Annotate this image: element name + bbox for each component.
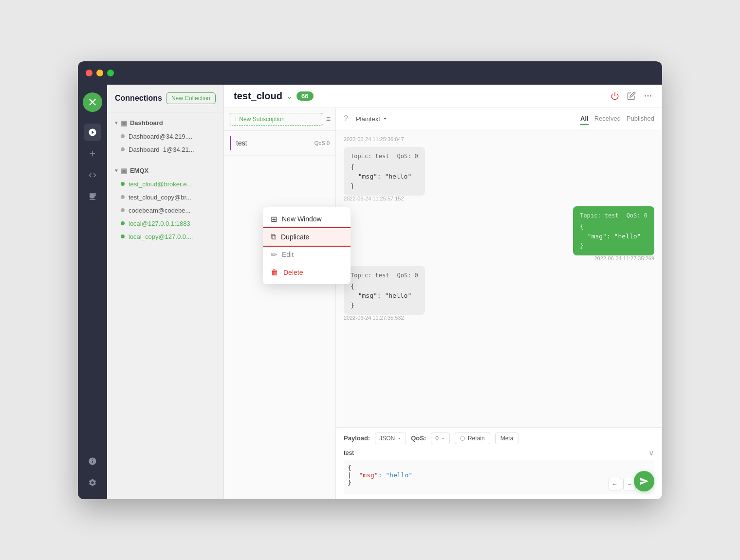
message-qos-1: QoS: 0: [397, 152, 418, 161]
edit-button[interactable]: [627, 91, 636, 100]
folder-icon: ▣: [121, 167, 127, 175]
message-bubble-2: Topic: test QoS: 0 { "msg": "hello"}: [573, 206, 654, 255]
message-row-2: Topic: test QoS: 0 { "msg": "hello"} 202…: [344, 206, 654, 262]
connections-title: Connections: [115, 94, 162, 103]
message-body-2: { "msg": "hello"}: [580, 222, 648, 251]
connection-item-lc1[interactable]: local@127.0.0.1:1883: [107, 217, 223, 230]
tab-received[interactable]: Received: [594, 113, 621, 125]
sidebar-item-data[interactable]: [84, 188, 101, 205]
connection-name-cb1: codebeam@codebe...: [129, 207, 190, 214]
qos-value: 0: [435, 435, 439, 442]
connection-item-lc2[interactable]: local_copy@127.0.0....: [107, 230, 223, 243]
sidebar-item-connections[interactable]: [84, 124, 101, 141]
group-label-emqx: EMQX: [130, 167, 148, 174]
message-bubble-1: Topic: test QoS: 0 { "msg": "hello"}: [344, 147, 425, 196]
svg-point-2: [650, 95, 651, 97]
retain-dot: [460, 436, 465, 441]
connection-item-cb1[interactable]: codebeam@codebe...: [107, 204, 223, 217]
connection-name-lc2: local_copy@127.0.0....: [129, 233, 193, 240]
group-header-dashboard[interactable]: ▼ ▣ Dashboard: [107, 116, 223, 130]
connection-name-dash1: Dashboard@34.219....: [129, 133, 192, 140]
ctx-edit-label: Edit: [282, 251, 294, 258]
ctx-new-window[interactable]: ⊞ New Window: [263, 210, 351, 228]
sidebar-item-add[interactable]: [84, 145, 101, 163]
code-colon: :: [378, 471, 386, 479]
close-button[interactable]: [86, 70, 92, 76]
help-icon[interactable]: ?: [344, 114, 348, 123]
message-topic-3: Topic: test: [351, 271, 389, 280]
folder-icon: ▣: [121, 119, 127, 127]
traffic-lights: [86, 70, 114, 76]
sidebar-item-settings[interactable]: [84, 474, 101, 491]
meta-button[interactable]: Meta: [495, 433, 519, 444]
tab-published[interactable]: Published: [627, 113, 654, 125]
ctx-edit[interactable]: ✏ Edit: [263, 246, 351, 264]
trash-icon: 🗑: [271, 268, 278, 277]
retain-button[interactable]: Retain: [455, 433, 490, 444]
messages-list: 2022-06-24 11:25:36:847 Topic: test QoS:…: [336, 130, 662, 427]
message-row-3: Topic: test QoS: 0 { "msg": "hello"} 202…: [344, 266, 654, 322]
main-header: test_cloud ⌄ 66: [224, 85, 662, 108]
code-editor[interactable]: { | "msg": "hello" } ← − →: [344, 460, 654, 494]
more-options-button[interactable]: [644, 91, 652, 100]
message-row-0: 2022-06-24 11:25:36:847: [344, 136, 654, 143]
duplicate-icon: ⧉: [271, 233, 276, 241]
maximize-button[interactable]: [107, 70, 114, 76]
format-value: JSON: [379, 435, 395, 442]
offline-dot: [121, 134, 125, 138]
publish-area: Payload: JSON QoS: 0: [336, 427, 662, 499]
message-filter-tabs: All Received Published: [580, 113, 654, 125]
code-line-1: {: [348, 464, 650, 471]
connection-group-emqx: ▼ ▣ EMQX test_cloud@broker.e... test_clo…: [107, 160, 223, 247]
offline-dot: [121, 147, 125, 151]
svg-point-0: [645, 95, 646, 97]
ctx-delete[interactable]: 🗑 Delete: [263, 264, 351, 281]
subscription-item-test[interactable]: test QoS 0: [224, 131, 335, 156]
message-header-3: Topic: test QoS: 0: [351, 271, 418, 280]
svg-point-1: [648, 95, 649, 97]
qos-select[interactable]: 0: [431, 433, 450, 444]
plaintext-label: Plaintext: [356, 115, 380, 123]
message-bubble-3: Topic: test QoS: 0 { "msg": "hello"}: [344, 266, 425, 315]
filter-icon[interactable]: ≡: [326, 115, 331, 124]
topic-input[interactable]: [344, 449, 648, 456]
group-header-emqx[interactable]: ▼ ▣ EMQX: [107, 164, 223, 178]
qos-label: QoS:: [411, 434, 426, 442]
message-row-1: Topic: test QoS: 0 { "msg": "hello"} 202…: [344, 147, 654, 203]
message-timestamp-3: 2022-06-24 11:27:35:532: [344, 315, 404, 321]
minimize-button[interactable]: [96, 70, 103, 76]
connections-sidebar: Connections New Collection ▼ ▣ Dashboard…: [107, 85, 224, 499]
sidebar-item-code[interactable]: [84, 166, 101, 184]
sidebar-item-info[interactable]: [84, 452, 101, 470]
new-collection-button[interactable]: New Collection: [166, 92, 216, 104]
message-topic-1: Topic: test: [351, 152, 389, 161]
nav-back-button[interactable]: ←: [609, 478, 621, 490]
connection-group-dashboard: ▼ ▣ Dashboard Dashboard@34.219.... Dashb…: [107, 112, 223, 160]
connection-name-dash2: Dashboard_1@34.21...: [129, 146, 194, 153]
message-header-1: Topic: test QoS: 0: [351, 152, 418, 161]
ctx-duplicate[interactable]: ⧉ Duplicate: [263, 228, 351, 246]
message-topic-2: Topic: test: [580, 211, 618, 220]
main-content: test_cloud ⌄ 66: [224, 85, 662, 499]
tab-all[interactable]: All: [580, 113, 589, 125]
plaintext-select[interactable]: Plaintext: [356, 115, 388, 123]
subscriptions-pane: + New Subscription ≡ test QoS 0: [224, 108, 336, 499]
group-label-dashboard: Dashboard: [130, 119, 163, 126]
send-button[interactable]: [634, 471, 654, 491]
collapse-icon[interactable]: ∨: [648, 448, 654, 457]
messages-pane: ? Plaintext All Received Published: [336, 108, 662, 499]
power-button[interactable]: [610, 91, 619, 100]
ctx-duplicate-label: Duplicate: [281, 233, 309, 241]
header-actions: [610, 91, 652, 100]
connection-item-dash2[interactable]: Dashboard_1@34.21...: [107, 143, 223, 156]
title-bar: [78, 61, 662, 85]
new-subscription-button[interactable]: + New Subscription: [229, 113, 323, 126]
connection-item-dash1[interactable]: Dashboard@34.219....: [107, 130, 223, 143]
topic-row: ∨: [344, 448, 654, 457]
format-select[interactable]: JSON: [375, 433, 406, 444]
mid-content: + New Subscription ≡ test QoS 0 ?: [224, 108, 662, 499]
connection-item-tc2[interactable]: test_cloud_copy@br...: [107, 191, 223, 204]
message-body-3: { "msg": "hello"}: [351, 282, 418, 310]
connection-item-tc1[interactable]: test_cloud@broker.e...: [107, 178, 223, 191]
chevron-down-icon: ⌄: [286, 91, 293, 101]
